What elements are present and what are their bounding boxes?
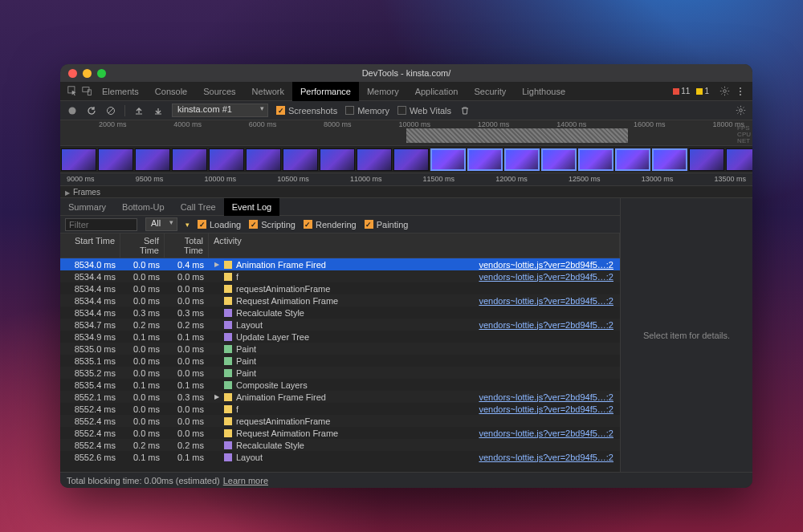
table-row[interactable]: 8535.0 ms0.0 ms0.0 msPaint: [60, 343, 620, 355]
frame-thumbnail[interactable]: [430, 148, 466, 171]
expand-toggle-icon[interactable]: ▶: [214, 261, 220, 268]
clear-icon[interactable]: [105, 105, 116, 116]
tab-application[interactable]: Application: [407, 82, 467, 101]
category-swatch-icon: [224, 453, 232, 461]
frame-thumbnail[interactable]: [541, 148, 577, 171]
frame-thumbnail[interactable]: [357, 148, 392, 171]
table-row[interactable]: 8552.4 ms0.2 ms0.2 msRecalculate Style: [60, 439, 620, 451]
frame-thumbnail[interactable]: [467, 148, 503, 171]
error-count-badge[interactable]: 11: [670, 87, 693, 95]
category-swatch-icon: [224, 393, 232, 401]
trash-icon[interactable]: [459, 105, 471, 116]
rendering-checkbox[interactable]: ✓Rendering: [304, 220, 357, 229]
screenshots-checkbox[interactable]: ✓Screenshots: [276, 106, 337, 116]
source-link[interactable]: vendors~lottie.js?ver=2bd94f5…:2: [479, 392, 613, 402]
category-swatch-icon: [224, 357, 232, 365]
frame-thumbnail[interactable]: [61, 148, 96, 171]
tab-console[interactable]: Console: [147, 82, 195, 101]
performance-toolbar: kinsta.com #1 ✓Screenshots Memory Web Vi…: [60, 101, 752, 120]
table-row[interactable]: 8552.6 ms0.1 ms0.1 msLayoutvendors~lotti…: [60, 451, 620, 463]
tab-elements[interactable]: Elements: [94, 82, 147, 101]
reload-icon[interactable]: [86, 105, 97, 116]
col-start-time[interactable]: Start Time: [60, 234, 120, 258]
frame-thumbnail[interactable]: [652, 148, 687, 171]
expand-toggle-icon[interactable]: ▶: [214, 393, 220, 400]
category-swatch-icon: [224, 429, 232, 437]
table-row[interactable]: 8552.4 ms0.0 ms0.0 msRequest Animation F…: [60, 427, 620, 439]
close-icon[interactable]: [68, 69, 77, 78]
minimize-icon[interactable]: [83, 69, 92, 78]
source-link[interactable]: vendors~lottie.js?ver=2bd94f5…:2: [479, 428, 613, 438]
table-row[interactable]: 8535.4 ms0.1 ms0.1 msComposite Layers: [60, 379, 620, 391]
frame-thumbnail[interactable]: [209, 148, 244, 171]
table-row[interactable]: 8534.0 ms0.0 ms0.4 ms▶Animation Frame Fi…: [60, 258, 620, 270]
frame-thumbnail[interactable]: [320, 148, 355, 171]
table-row[interactable]: 8534.4 ms0.0 ms0.0 msRequest Animation F…: [60, 294, 620, 307]
frames-track-header[interactable]: ▶Frames: [60, 186, 752, 198]
table-row[interactable]: 8535.2 ms0.0 ms0.0 msPaint: [60, 367, 620, 379]
scripting-checkbox[interactable]: ✓Scripting: [249, 220, 296, 229]
table-row[interactable]: 8552.4 ms0.0 ms0.0 msrequestAnimationFra…: [60, 415, 620, 427]
device-toggle-icon[interactable]: [79, 84, 94, 99]
loading-checkbox[interactable]: ✓Loading: [198, 220, 241, 229]
frame-thumbnail[interactable]: [726, 148, 752, 171]
warning-count-badge[interactable]: 1: [693, 87, 712, 95]
frame-thumbnail[interactable]: [98, 148, 133, 171]
settings-gear-icon[interactable]: [717, 84, 732, 99]
frame-thumbnail[interactable]: [578, 148, 613, 171]
table-row[interactable]: 8534.4 ms0.0 ms0.0 msrequestAnimationFra…: [60, 282, 620, 294]
recording-select[interactable]: kinsta.com #1: [172, 104, 268, 117]
subtab-event-log[interactable]: Event Log: [224, 198, 280, 216]
source-link[interactable]: vendors~lottie.js?ver=2bd94f5…:2: [479, 296, 613, 306]
table-row[interactable]: 8534.4 ms0.0 ms0.0 msfvendors~lottie.js?…: [60, 270, 620, 282]
col-self-time[interactable]: Self Time: [120, 234, 165, 258]
source-link[interactable]: vendors~lottie.js?ver=2bd94f5…:2: [479, 453, 613, 462]
table-row[interactable]: 8552.1 ms0.0 ms0.3 ms▶Animation Frame Fi…: [60, 391, 620, 403]
frame-thumbnail[interactable]: [393, 148, 429, 171]
table-row[interactable]: 8552.4 ms0.0 ms0.0 msfvendors~lottie.js?…: [60, 403, 620, 415]
frame-thumbnail[interactable]: [246, 148, 281, 171]
tab-memory[interactable]: Memory: [359, 82, 407, 101]
frame-thumbnail[interactable]: [135, 148, 170, 171]
subtab-call-tree[interactable]: Call Tree: [173, 198, 224, 216]
download-icon[interactable]: [153, 105, 164, 116]
duration-filter-select[interactable]: All: [145, 217, 177, 231]
filter-input[interactable]: [65, 218, 137, 231]
table-row[interactable]: 8535.1 ms0.0 ms0.0 msPaint: [60, 355, 620, 367]
frame-thumbnail[interactable]: [504, 148, 540, 171]
frame-thumbnail[interactable]: [689, 148, 724, 171]
status-text: Total blocking time: 0.00ms (estimated): [67, 476, 220, 485]
tab-lighthouse[interactable]: Lighthouse: [514, 82, 573, 101]
table-row[interactable]: 8534.7 ms0.2 ms0.2 msLayoutvendors~lotti…: [60, 319, 620, 331]
source-link[interactable]: vendors~lottie.js?ver=2bd94f5…:2: [479, 272, 613, 282]
source-link[interactable]: vendors~lottie.js?ver=2bd94f5…:2: [479, 260, 613, 270]
table-row[interactable]: 8534.4 ms0.3 ms0.3 msRecalculate Style: [60, 307, 620, 319]
col-total-time[interactable]: Total Time: [165, 234, 209, 258]
source-link[interactable]: vendors~lottie.js?ver=2bd94f5…:2: [479, 404, 613, 414]
col-activity[interactable]: Activity: [209, 234, 620, 258]
source-link[interactable]: vendors~lottie.js?ver=2bd94f5…:2: [479, 320, 613, 330]
kebab-menu-icon[interactable]: [733, 84, 748, 99]
maximize-icon[interactable]: [97, 69, 106, 78]
capture-settings-gear-icon[interactable]: [735, 105, 746, 116]
frame-thumbnail[interactable]: [283, 148, 318, 171]
tab-network[interactable]: Network: [244, 82, 292, 101]
tab-sources[interactable]: Sources: [195, 82, 243, 101]
frame-thumbnail[interactable]: [172, 148, 207, 171]
timeline-ruler[interactable]: 9000 ms9500 ms10000 ms10500 ms11000 ms11…: [60, 173, 752, 186]
tab-performance[interactable]: Performance: [292, 82, 359, 101]
painting-checkbox[interactable]: ✓Painting: [365, 220, 409, 229]
subtab-bottom-up[interactable]: Bottom-Up: [114, 198, 173, 216]
learn-more-link[interactable]: Learn more: [223, 476, 268, 485]
timeline-overview[interactable]: 2000 ms4000 ms6000 ms8000 ms10000 ms1200…: [60, 120, 752, 146]
frames-strip[interactable]: [60, 146, 752, 173]
webvitals-checkbox[interactable]: Web Vitals: [397, 106, 451, 116]
inspect-icon[interactable]: [65, 84, 79, 99]
tab-security[interactable]: Security: [466, 82, 514, 101]
subtab-summary[interactable]: Summary: [60, 198, 114, 216]
frame-thumbnail[interactable]: [615, 148, 650, 171]
memory-checkbox[interactable]: Memory: [345, 106, 389, 116]
table-row[interactable]: 8534.9 ms0.1 ms0.1 msUpdate Layer Tree: [60, 331, 620, 343]
upload-icon[interactable]: [133, 105, 145, 116]
record-icon[interactable]: [67, 105, 78, 116]
